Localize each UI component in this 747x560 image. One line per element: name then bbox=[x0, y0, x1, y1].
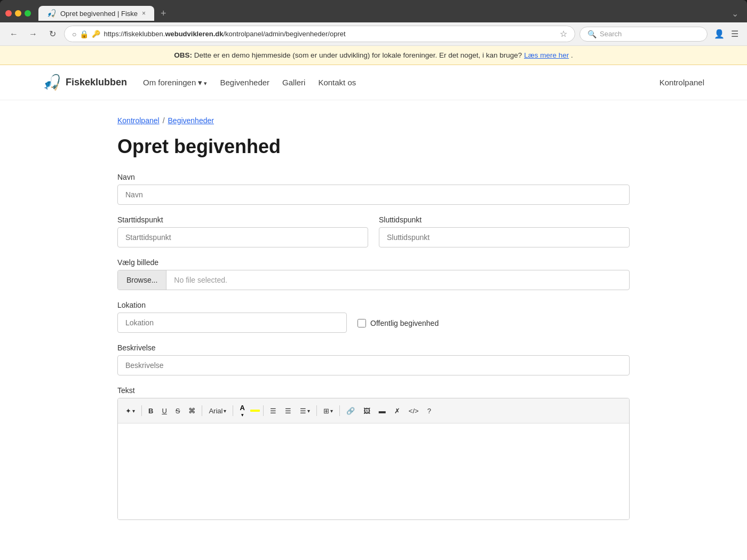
billede-label: Vælg billede bbox=[117, 258, 630, 267]
file-name: No file selected. bbox=[166, 270, 629, 290]
site-header: 🎣 Fiskeklubben Om foreningen ▾ Begivenhe… bbox=[0, 65, 747, 100]
nav-om-foreningen[interactable]: Om foreningen ▾ bbox=[143, 78, 207, 87]
beskrivelse-label: Beskrivelse bbox=[117, 343, 630, 352]
new-tab-button[interactable]: + bbox=[156, 6, 171, 21]
clear-formatting-button[interactable]: ✗ bbox=[391, 405, 403, 417]
site-logo[interactable]: 🎣 Fiskeklubben bbox=[43, 74, 127, 91]
lokation-label: Lokation bbox=[117, 301, 347, 309]
link-button[interactable]: 🔗 bbox=[343, 405, 358, 417]
underline-button[interactable]: U bbox=[158, 405, 170, 417]
strikethrough-button[interactable]: S bbox=[172, 405, 184, 417]
beskrivelse-group: Beskrivelse bbox=[117, 343, 630, 375]
breadcrumb: Kontrolpanel / Begivenheder bbox=[117, 116, 630, 125]
back-button[interactable]: ← bbox=[6, 27, 21, 42]
font-name: Arial bbox=[209, 407, 222, 415]
font-color-button[interactable]: A ▾ bbox=[236, 402, 248, 420]
magic-button[interactable]: ✦ ▾ bbox=[122, 405, 138, 417]
nav-begivenheder[interactable]: Begivenheder bbox=[220, 78, 269, 87]
location-row: Lokation Offentlig begivenhed bbox=[117, 301, 630, 333]
logo-text: Fiskeklubben bbox=[66, 77, 127, 88]
align-button[interactable]: ☰ ▾ bbox=[297, 405, 313, 417]
close-tab-button[interactable]: × bbox=[142, 10, 146, 17]
search-icon: 🔍 bbox=[587, 30, 597, 38]
offentlig-group: Offentlig begivenhed bbox=[357, 319, 439, 333]
file-input-wrapper: Browse... No file selected. bbox=[117, 270, 630, 290]
media-button[interactable]: ▬ bbox=[376, 405, 389, 417]
address-bar[interactable]: ○ 🔒 🔑 https://fiskeklubben.webudvikleren… bbox=[64, 26, 575, 42]
format-button[interactable]: ⌘ bbox=[185, 405, 198, 417]
font-dropdown-icon: ▾ bbox=[224, 408, 226, 414]
font-selector[interactable]: Arial ▾ bbox=[205, 405, 229, 417]
page-title: Opret begivenhed bbox=[117, 135, 630, 158]
font-color-dropdown-icon: ▾ bbox=[241, 412, 244, 418]
url-text: https://fiskeklubben.webudvikleren.dk/ko… bbox=[104, 30, 557, 38]
editor-toolbar: ✦ ▾ B U S ⌘ Arial ▾ bbox=[118, 398, 629, 423]
font-color-letter: A bbox=[240, 404, 244, 412]
source-code-button[interactable]: </> bbox=[406, 405, 422, 417]
billede-group: Vælg billede Browse... No file selected. bbox=[117, 258, 630, 290]
tekst-label: Tekst bbox=[117, 386, 630, 395]
toolbar-separator-1 bbox=[141, 405, 142, 416]
tekst-group: Tekst ✦ ▾ B U S ⌘ Arial bbox=[117, 386, 630, 520]
offentlig-label[interactable]: Offentlig begivenhed bbox=[370, 319, 439, 327]
bookmark-icon[interactable]: ☆ bbox=[560, 29, 567, 39]
forward-button[interactable]: → bbox=[26, 27, 41, 42]
rich-text-editor: ✦ ▾ B U S ⌘ Arial ▾ bbox=[117, 398, 630, 520]
nav-kontakt-os[interactable]: Kontakt os bbox=[318, 78, 356, 87]
toolbar-separator-3 bbox=[233, 405, 233, 416]
help-button[interactable]: ? bbox=[424, 405, 434, 417]
breadcrumb-kontrolpanel[interactable]: Kontrolpanel bbox=[117, 116, 160, 125]
beskrivelse-input[interactable] bbox=[117, 355, 630, 375]
navn-group: Navn bbox=[117, 173, 630, 205]
key-icon: 🔑 bbox=[92, 30, 100, 38]
url-domain: webudvikleren.dk bbox=[165, 30, 223, 38]
browser-actions: 👤 ☰ bbox=[712, 27, 741, 41]
extensions-button[interactable]: 👤 bbox=[712, 27, 727, 41]
close-window-button[interactable] bbox=[5, 10, 12, 17]
security-icon: ○ bbox=[72, 30, 76, 38]
active-tab[interactable]: 🎣 Opret begivenhed | Fiske × bbox=[38, 6, 154, 21]
nav-right: Kontrolpanel bbox=[659, 78, 704, 87]
ordered-list-button[interactable]: ☰ bbox=[282, 405, 295, 417]
editor-body[interactable] bbox=[118, 423, 629, 519]
browse-button[interactable]: Browse... bbox=[118, 270, 166, 290]
tab-title: Opret begivenhed | Fiske bbox=[60, 10, 138, 18]
sluttidspunkt-input[interactable] bbox=[379, 227, 630, 247]
search-placeholder: Search bbox=[600, 30, 622, 38]
logo-icon: 🎣 bbox=[43, 74, 61, 91]
menu-button[interactable]: ☰ bbox=[729, 27, 741, 41]
lokation-group: Lokation bbox=[117, 301, 347, 333]
table-icon: ⊞ bbox=[323, 407, 329, 415]
image-button[interactable]: 🖼 bbox=[360, 405, 374, 417]
nav-galleri[interactable]: Galleri bbox=[282, 78, 305, 87]
sluttidspunkt-label: Sluttidspunkt bbox=[379, 215, 630, 224]
unordered-list-button[interactable]: ☰ bbox=[267, 405, 280, 417]
navn-input[interactable] bbox=[117, 185, 630, 205]
maximize-window-button[interactable] bbox=[25, 10, 31, 17]
table-dropdown-icon: ▾ bbox=[330, 408, 333, 414]
breadcrumb-begivenheder[interactable]: Begivenheder bbox=[168, 116, 214, 125]
window-controls bbox=[5, 10, 31, 17]
lokation-input[interactable] bbox=[117, 313, 347, 333]
breadcrumb-separator: / bbox=[163, 116, 165, 125]
reload-button[interactable]: ↻ bbox=[45, 27, 60, 42]
tab-favicon: 🎣 bbox=[47, 9, 56, 18]
learn-more-link[interactable]: Læs mere her bbox=[524, 51, 569, 59]
demo-message: Dette er en demo hjemmeside (som er unde… bbox=[194, 51, 522, 59]
offentlig-checkbox[interactable] bbox=[357, 319, 366, 327]
minimize-window-button[interactable] bbox=[15, 10, 21, 17]
sluttidspunkt-group: Sluttidspunkt bbox=[379, 215, 630, 247]
navigation-bar: ← → ↻ ○ 🔒 🔑 https://fiskeklubben.webudvi… bbox=[0, 22, 747, 46]
search-bar[interactable]: 🔍 Search bbox=[579, 27, 708, 42]
starttidspunkt-input[interactable] bbox=[117, 227, 368, 247]
nav-kontrolpanel[interactable]: Kontrolpanel bbox=[659, 78, 704, 87]
obs-label: OBS: bbox=[174, 51, 192, 59]
site-nav: Om foreningen ▾ Begivenheder Galleri Kon… bbox=[143, 78, 659, 87]
bold-button[interactable]: B bbox=[145, 405, 156, 417]
tab-end-buttons: ⌄ bbox=[728, 6, 742, 21]
magic-dropdown-icon: ▾ bbox=[132, 408, 135, 414]
page-content: OBS: Dette er en demo hjemmeside (som er… bbox=[0, 46, 747, 560]
table-button[interactable]: ⊞ ▾ bbox=[320, 405, 336, 417]
tab-list-button[interactable]: ⌄ bbox=[728, 6, 742, 21]
starttidspunkt-group: Starttidspunkt bbox=[117, 215, 368, 247]
